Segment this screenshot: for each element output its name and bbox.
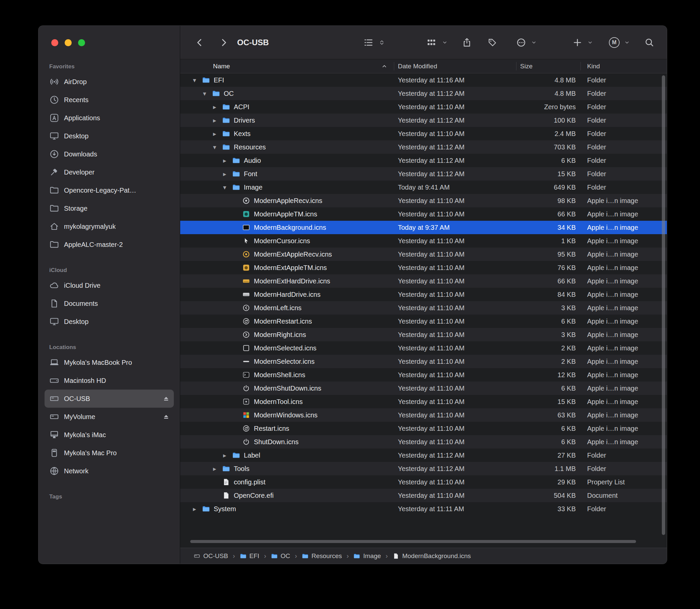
file-row[interactable]: ModernExtHardDrive.icnsYesterday at 11:1… (180, 274, 667, 288)
account-chevron-down-icon[interactable] (624, 40, 630, 45)
sidebar-item-downloads[interactable]: Downloads (45, 145, 174, 163)
file-row[interactable]: ModernShell.icnsYesterday at 11:10 AM12 … (180, 368, 667, 382)
file-row[interactable]: ModernBackground.icnsToday at 9:37 AM34 … (180, 221, 667, 234)
search-icon[interactable] (644, 37, 654, 48)
disclosure-triangle-icon[interactable]: ▸ (212, 117, 222, 124)
sidebar-item-myvolume[interactable]: MyVolume (45, 408, 174, 426)
path-item-modernbackground-icns[interactable]: ModernBackground.icns (392, 552, 471, 560)
disclosure-triangle-icon[interactable]: ▸ (222, 157, 231, 164)
sidebar-item-documents[interactable]: Documents (45, 294, 174, 313)
file-row[interactable]: ModernExtAppleRecv.icnsYesterday at 11:1… (180, 247, 667, 261)
file-row[interactable]: ModernHardDrive.icnsYesterday at 11:10 A… (180, 288, 667, 301)
sidebar-item-developer[interactable]: Developer (45, 163, 174, 181)
path-item-image[interactable]: Image (353, 552, 381, 560)
file-row[interactable]: ▸ToolsYesterday at 11:12 AM1.1 MBFolder (180, 462, 667, 475)
file-row[interactable]: ▾OCYesterday at 11:12 AM4.8 MBFolder (180, 87, 667, 100)
disclosure-triangle-icon[interactable]: ▾ (202, 90, 211, 98)
file-row[interactable]: ModernRestart.icnsYesterday at 11:10 AM6… (180, 315, 667, 328)
view-mode-chevrons-icon[interactable] (379, 40, 385, 45)
sidebar-item-mykola-s-macbook-pro[interactable]: Mykola’s MacBook Pro (45, 353, 174, 371)
column-header-size[interactable]: Size (516, 63, 580, 70)
disclosure-triangle-icon[interactable]: ▾ (192, 76, 201, 84)
disclosure-triangle-icon[interactable]: ▾ (212, 143, 222, 151)
column-header-name[interactable]: Name (180, 63, 394, 70)
horizontal-scrollbar[interactable] (190, 540, 636, 543)
file-row[interactable]: ▸KextsYesterday at 11:10 AM2.4 MBFolder (180, 127, 667, 140)
sidebar-item-mykola-s-imac[interactable]: Mykola’s iMac (45, 426, 174, 444)
file-size: 15 KB (516, 170, 580, 178)
file-row[interactable]: ModernExtAppleTM.icnsYesterday at 11:10 … (180, 261, 667, 274)
eject-button[interactable] (162, 395, 170, 402)
close-window-button[interactable] (51, 39, 58, 46)
file-row[interactable]: ▸SystemYesterday at 11:11 AM33 KBFolder (180, 502, 667, 516)
file-row[interactable]: ▸ACPIYesterday at 11:10 AMZero bytesFold… (180, 100, 667, 114)
file-row[interactable]: ▾ImageToday at 9:41 AM649 KBFolder (180, 180, 667, 194)
back-button[interactable] (195, 37, 205, 48)
sidebar-item-icloud-drive[interactable]: iCloud Drive (45, 276, 174, 294)
eject-button[interactable] (162, 413, 170, 420)
share-icon[interactable] (462, 37, 472, 48)
file-row[interactable]: ModernTool.icnsYesterday at 11:10 AM15 K… (180, 395, 667, 408)
file-row[interactable]: ModernLeft.icnsYesterday at 11:10 AM3 KB… (180, 301, 667, 315)
sidebar-item-opencore-legacy-pat[interactable]: Opencore-Legacy-Pat… (45, 181, 174, 199)
column-header-kind[interactable]: Kind (580, 63, 667, 70)
file-row[interactable]: OpenCore.efiYesterday at 11:10 AM504 KBD… (180, 489, 667, 502)
sidebar-item-mykola-s-mac-pro[interactable]: Mykola’s Mac Pro (45, 444, 174, 462)
sidebar-item-network[interactable]: Network (45, 462, 174, 480)
sidebar-item-mykolagrymalyuk[interactable]: mykolagrymalyuk (45, 218, 174, 236)
path-item-resources[interactable]: Resources (302, 552, 342, 560)
disclosure-triangle-icon[interactable]: ▸ (212, 465, 222, 473)
vertical-scrollbar[interactable] (662, 75, 665, 535)
tag-icon[interactable] (487, 37, 497, 48)
sidebar-item-oc-usb[interactable]: OC-USB (45, 389, 174, 408)
more-options-icon[interactable] (516, 37, 526, 48)
add-icon[interactable] (572, 37, 582, 48)
file-row[interactable]: ModernSelector.icnsYesterday at 11:10 AM… (180, 355, 667, 368)
file-row[interactable]: ModernSelected.icnsYesterday at 11:10 AM… (180, 341, 667, 355)
file-row[interactable]: ModernShutDown.icnsYesterday at 11:10 AM… (180, 382, 667, 395)
file-row[interactable]: ▸DriversYesterday at 11:12 AM100 KBFolde… (180, 114, 667, 127)
add-chevron-down-icon[interactable] (588, 40, 593, 45)
disclosure-triangle-icon[interactable]: ▸ (222, 452, 231, 459)
group-chevron-down-icon[interactable] (442, 40, 448, 45)
zoom-window-button[interactable] (78, 39, 85, 46)
file-row[interactable]: ▾EFIYesterday at 11:16 AM4.8 MBFolder (180, 73, 667, 87)
file-row[interactable]: ▸LabelYesterday at 11:12 AM27 KBFolder (180, 449, 667, 462)
path-item-oc-usb[interactable]: OC-USB (194, 552, 228, 560)
minimize-window-button[interactable] (65, 39, 72, 46)
account-avatar[interactable]: M (609, 37, 619, 48)
path-item-efi[interactable]: EFI (240, 552, 260, 560)
file-row[interactable]: ▸AudioYesterday at 11:12 AM6 KBFolder (180, 154, 667, 167)
file-row[interactable]: Restart.icnsYesterday at 11:10 AM6 KBApp… (180, 422, 667, 435)
file-row[interactable]: ShutDown.icnsYesterday at 11:10 AM6 KBAp… (180, 435, 667, 449)
folder-icon (211, 89, 221, 98)
file-row[interactable]: ModernWindows.icnsYesterday at 11:10 AM6… (180, 408, 667, 422)
sidebar-item-desktop[interactable]: Desktop (45, 313, 174, 331)
disclosure-triangle-icon[interactable]: ▸ (222, 170, 231, 178)
file-row[interactable]: config.plistYesterday at 11:10 AM29 KBPr… (180, 475, 667, 489)
sidebar-item-storage[interactable]: Storage (45, 199, 174, 218)
forward-button[interactable] (219, 37, 229, 48)
sidebar-item-applealc-master-2[interactable]: AppleALC-master-2 (45, 236, 174, 254)
column-header-date[interactable]: Date Modified (394, 63, 516, 70)
file-row[interactable]: ▾ResourcesYesterday at 11:12 AM703 KBFol… (180, 140, 667, 154)
file-row[interactable]: ModernRight.icnsYesterday at 11:10 AM3 K… (180, 328, 667, 341)
sidebar-item-desktop[interactable]: Desktop (45, 127, 174, 145)
sidebar-item-recents[interactable]: Recents (45, 91, 174, 109)
file-row[interactable]: ModernAppleTM.icnsYesterday at 11:10 AM6… (180, 207, 667, 221)
disclosure-triangle-icon[interactable]: ▸ (212, 130, 222, 138)
sidebar-item-macintosh-hd[interactable]: Macintosh HD (45, 371, 174, 389)
path-item-oc[interactable]: OC (271, 552, 291, 560)
sidebar-item-airdrop[interactable]: AirDrop (45, 73, 174, 91)
group-icon[interactable] (426, 37, 436, 48)
file-row[interactable]: ▸FontYesterday at 11:12 AM15 KBFolder (180, 167, 667, 180)
list-view-icon[interactable] (363, 37, 373, 48)
more-chevron-down-icon[interactable] (531, 40, 537, 45)
disclosure-triangle-icon[interactable]: ▸ (192, 505, 201, 513)
disclosure-triangle-icon[interactable]: ▾ (222, 184, 231, 191)
disclosure-triangle-icon[interactable]: ▸ (212, 103, 222, 111)
sidebar-item-applications[interactable]: Applications (45, 109, 174, 127)
file-row[interactable]: ModernCursor.icnsYesterday at 11:10 AM1 … (180, 234, 667, 247)
file-row[interactable]: ModernAppleRecv.icnsYesterday at 11:10 A… (180, 194, 667, 207)
file-name: Resources (234, 143, 266, 151)
